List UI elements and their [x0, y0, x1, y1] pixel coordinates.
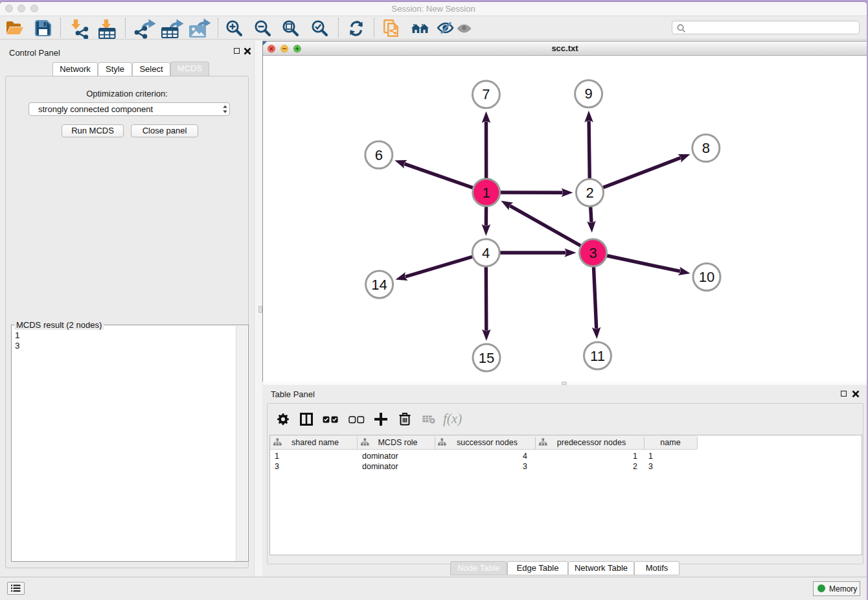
svg-text:4: 4 — [482, 245, 490, 261]
svg-text:6: 6 — [375, 147, 383, 163]
svg-text:15: 15 — [479, 350, 494, 366]
svg-text:3: 3 — [589, 245, 597, 261]
svg-text:7: 7 — [482, 86, 490, 102]
svg-text:11: 11 — [590, 348, 605, 364]
svg-text:14: 14 — [371, 277, 387, 293]
svg-text:10: 10 — [699, 269, 714, 285]
svg-text:9: 9 — [584, 86, 592, 102]
svg-text:2: 2 — [586, 185, 593, 201]
svg-text:1: 1 — [483, 185, 490, 201]
svg-text:8: 8 — [702, 140, 710, 156]
